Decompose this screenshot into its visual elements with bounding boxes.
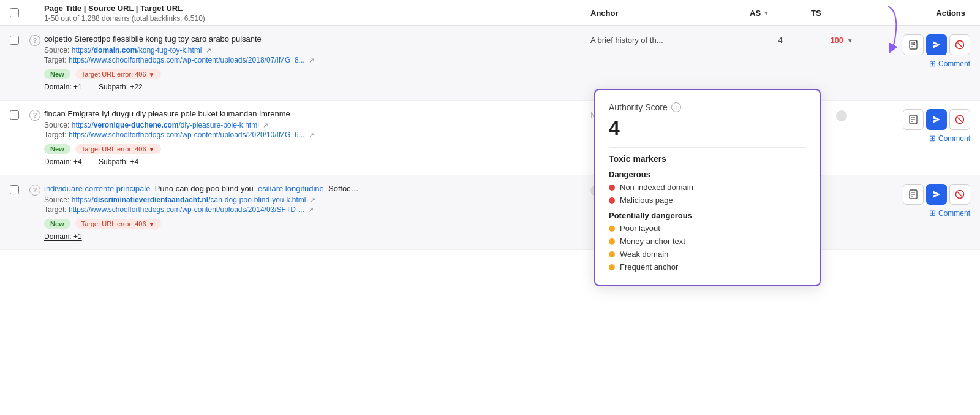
target-line-2: Target: https://www.schoolforthedogs.com… — [44, 131, 590, 139]
svg-line-17 — [958, 192, 962, 197]
tag-error-3[interactable]: Target URL error: 406 ▼ — [75, 219, 161, 229]
title-link-3a[interactable]: individuare corrente principale — [44, 184, 150, 193]
source-line-3: Source: https://discriminatieverdientaan… — [44, 196, 590, 204]
row-main-1: colpetto Stereotipo flessibile kong tug … — [44, 34, 590, 91]
row-anchor-1: A brief history of th... — [590, 34, 750, 45]
svg-line-11 — [958, 118, 962, 122]
domain-link-2[interactable]: Domain: +4 — [44, 158, 89, 166]
tooltip-divider-1 — [609, 147, 806, 148]
row-info-icon-1[interactable]: ? — [29, 34, 44, 46]
subpath-link-2[interactable]: Subpath: +4 — [99, 158, 146, 166]
tooltip-section-title: Toxic markers — [609, 154, 806, 164]
tooltip-item-1: Non-indexed domain — [609, 183, 806, 192]
header-as-col[interactable]: AS ▼ — [750, 9, 811, 18]
tooltip-item-6: Frequent anchor — [609, 262, 806, 272]
disavow-button-2[interactable] — [949, 109, 970, 130]
dot-orange-1 — [609, 226, 615, 232]
domain-link-1[interactable]: Domain: +1 — [44, 83, 89, 91]
header-title-col: Page Title | Source URL | Target URL 1-5… — [44, 4, 590, 23]
info-circle-icon-2[interactable]: ? — [29, 110, 40, 121]
tooltip-info-icon[interactable]: i — [671, 102, 681, 112]
send-button-3[interactable] — [926, 184, 947, 205]
source-ext-icon-3: ↗ — [310, 196, 315, 204]
dot-red-1 — [609, 185, 615, 191]
header-title-text: Page Title | Source URL | Target URL — [44, 4, 590, 13]
domain-line-2: Domain: +4 Subpath: +4 — [44, 158, 590, 166]
tooltip-dangerous-label: Dangerous — [609, 170, 806, 179]
tag-new-2: New — [44, 144, 70, 154]
report-button-1[interactable] — [903, 34, 924, 55]
tags-line-2: New Target URL error: 406 ▼ — [44, 144, 590, 154]
source-link-1[interactable]: https://domain.com/kong-tug-toy-k.html — [72, 46, 202, 55]
target-line-3: Target: https://www.schoolforthedogs.com… — [44, 205, 590, 214]
table-header: Page Title | Source URL | Target URL 1-5… — [0, 0, 980, 26]
row-actions-2: ⊞ Comment — [872, 109, 970, 143]
page-title-2: fincan Emigrate İyi duygu diy pleasure p… — [44, 109, 590, 118]
disavow-button-3[interactable] — [949, 184, 970, 205]
table-row: ? individuare corrente principale Puno c… — [0, 175, 980, 250]
row-checkbox-3[interactable] — [10, 184, 29, 196]
table-row: ? fincan Emigrate İyi duygu diy pleasure… — [0, 101, 980, 175]
report-button-2[interactable] — [903, 109, 924, 130]
tag-new-3: New — [44, 219, 70, 229]
tag-error-1[interactable]: Target URL error: 406 ▼ — [75, 69, 161, 79]
subpath-link-1[interactable]: Subpath: +22 — [99, 83, 150, 91]
header-info-spacer — [29, 13, 44, 13]
domain-line-3: Domain: +1 — [44, 232, 590, 241]
tag-new-1: New — [44, 69, 70, 79]
comment-btn-2[interactable]: ⊞ Comment — [929, 134, 970, 143]
comment-icon-2: ⊞ — [929, 134, 936, 143]
dot-orange-2 — [609, 238, 615, 245]
error-chevron-3: ▼ — [149, 221, 155, 227]
action-buttons-2 — [903, 109, 970, 130]
comment-btn-1[interactable]: ⊞ Comment — [929, 59, 970, 68]
target-ext-icon-3: ↗ — [308, 206, 314, 213]
tag-error-2[interactable]: Target URL error: 406 ▼ — [75, 144, 161, 154]
select-all-checkbox[interactable] — [10, 8, 19, 17]
row-checkbox-1[interactable] — [10, 34, 29, 47]
title-link-3b[interactable]: esiliare longitudine — [258, 184, 324, 193]
source-ext-icon-2: ↗ — [263, 121, 268, 129]
tags-line-3: New Target URL error: 406 ▼ — [44, 219, 590, 229]
send-button-2[interactable] — [926, 109, 947, 130]
source-line-1: Source: https://domain.com/kong-tug-toy-… — [44, 46, 590, 55]
row-main-3: individuare corrente principale Puno can… — [44, 184, 590, 241]
row-actions-3: ⊞ Comment — [872, 184, 970, 218]
domain-link-3[interactable]: Domain: +1 — [44, 232, 89, 241]
tooltip-item-4: Money anchor text — [609, 237, 806, 246]
comment-btn-3[interactable]: ⊞ Comment — [929, 208, 970, 218]
row-as-1: 4 — [750, 34, 811, 45]
target-link-2[interactable]: https://www.schoolforthedogs.com/wp-cont… — [69, 131, 305, 139]
source-link-2[interactable]: https://veronique-duchene.com/diy-pleasu… — [72, 121, 259, 129]
target-link-3[interactable]: https://www.schoolforthedogs.com/wp-cont… — [69, 205, 304, 214]
source-ext-icon-1: ↗ — [206, 47, 211, 54]
header-checkbox[interactable] — [10, 8, 29, 19]
ts-dropdown-1[interactable]: ▼ — [847, 37, 853, 44]
tooltip-potentially-label: Potentially dangerous — [609, 211, 806, 220]
action-buttons-3 — [903, 184, 970, 205]
page-title-1: colpetto Stereotipo flessibile kong tug … — [44, 34, 590, 44]
info-circle-icon[interactable]: ? — [29, 35, 40, 46]
comment-icon-1: ⊞ — [929, 59, 936, 68]
row-checkbox-2[interactable] — [10, 109, 29, 121]
header-ts-col: TS — [811, 9, 872, 18]
report-button-3[interactable] — [903, 184, 924, 205]
header-anchor-col: Anchor — [590, 9, 750, 18]
row-info-icon-2[interactable]: ? — [29, 109, 44, 121]
tooltip-item-3: Poor layout — [609, 224, 806, 233]
row-info-icon-3[interactable]: ? — [29, 184, 44, 196]
dot-orange-4 — [609, 264, 615, 270]
source-link-3[interactable]: https://discriminatieverdientaandacht.nl… — [72, 196, 306, 204]
disavow-button-1[interactable] — [949, 34, 970, 55]
tags-line-1: New Target URL error: 406 ▼ — [44, 69, 590, 79]
target-link-1[interactable]: https://www.schoolforthedogs.com/wp-cont… — [69, 56, 305, 64]
tooltip-score: 4 — [609, 117, 806, 140]
dot-red-2 — [609, 197, 615, 204]
target-line-1: Target: https://www.schoolforthedogs.com… — [44, 56, 590, 64]
row-ts-1[interactable]: 100 ▼ — [811, 34, 872, 45]
info-circle-icon-3[interactable]: ? — [29, 185, 40, 196]
domain-line-1: Domain: +1 Subpath: +22 — [44, 83, 590, 91]
header-actions-col: Actions — [872, 9, 970, 18]
send-button-1[interactable] — [926, 34, 947, 55]
action-buttons-1 — [903, 34, 970, 55]
